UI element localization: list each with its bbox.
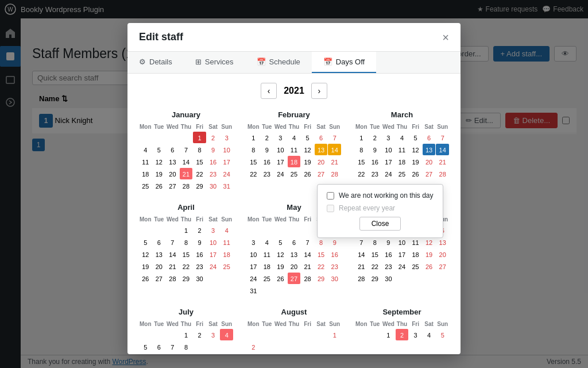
- calendar-day[interactable]: 24: [207, 260, 220, 272]
- calendar-day[interactable]: 11: [261, 248, 274, 260]
- calendar-day[interactable]: 13: [315, 144, 328, 155]
- calendar-day[interactable]: 15: [315, 248, 328, 260]
- calendar-day[interactable]: 19: [301, 156, 314, 167]
- calendar-day[interactable]: 7: [436, 132, 449, 143]
- calendar-day[interactable]: 21: [301, 260, 314, 272]
- calendar-day[interactable]: 31: [220, 180, 233, 191]
- calendar-day[interactable]: 4: [288, 132, 301, 143]
- calendar-day[interactable]: 18: [139, 168, 152, 179]
- calendar-day[interactable]: 29: [369, 273, 382, 284]
- calendar-day[interactable]: 1: [180, 224, 193, 236]
- calendar-day[interactable]: 30: [193, 273, 206, 284]
- calendar-day[interactable]: 27: [166, 180, 179, 191]
- calendar-day[interactable]: 6: [315, 132, 328, 143]
- calendar-day[interactable]: 3: [207, 329, 220, 340]
- calendar-day[interactable]: 10: [396, 236, 409, 248]
- calendar-day[interactable]: 30: [207, 180, 220, 191]
- calendar-day[interactable]: 28: [166, 273, 179, 284]
- calendar-day[interactable]: 14: [355, 248, 368, 260]
- calendar-day[interactable]: 18: [220, 248, 233, 260]
- calendar-day[interactable]: 23: [261, 168, 274, 179]
- calendar-day[interactable]: 17: [274, 156, 287, 167]
- calendar-day[interactable]: 11: [396, 144, 409, 155]
- calendar-day[interactable]: 9: [261, 144, 274, 155]
- calendar-day[interactable]: 13: [288, 248, 301, 260]
- calendar-day[interactable]: 18: [288, 156, 301, 167]
- calendar-day[interactable]: 17: [382, 156, 395, 167]
- calendar-day[interactable]: 15: [180, 248, 193, 260]
- calendar-day[interactable]: 17: [220, 156, 233, 167]
- calendar-day[interactable]: 5: [301, 132, 314, 143]
- calendar-day[interactable]: 17: [207, 248, 220, 260]
- calendar-day[interactable]: 4: [139, 144, 152, 155]
- calendar-day[interactable]: 4: [220, 329, 233, 340]
- calendar-day[interactable]: 7: [355, 236, 368, 248]
- calendar-day[interactable]: 16: [328, 248, 341, 260]
- calendar-day[interactable]: 27: [436, 260, 449, 272]
- calendar-day[interactable]: 13: [153, 248, 166, 260]
- calendar-day[interactable]: 14: [180, 156, 193, 167]
- calendar-day[interactable]: 22: [315, 260, 328, 272]
- tooltip-close-button[interactable]: Close: [359, 217, 401, 231]
- calendar-day[interactable]: 24: [274, 168, 287, 179]
- calendar-day[interactable]: 9: [369, 144, 382, 155]
- calendar-day[interactable]: 28: [301, 273, 314, 284]
- calendar-day[interactable]: 25: [288, 168, 301, 179]
- calendar-day[interactable]: 27: [288, 273, 301, 284]
- calendar-day[interactable]: 2: [369, 132, 382, 143]
- calendar-day[interactable]: 20: [166, 168, 179, 179]
- calendar-day[interactable]: 3: [274, 132, 287, 143]
- calendar-day[interactable]: 29: [315, 273, 328, 284]
- modal-overlay[interactable]: Edit staff × ⚙ Details ⊞ Services 📅 Sche…: [0, 0, 588, 368]
- calendar-day[interactable]: 18: [396, 156, 409, 167]
- calendar-day[interactable]: 30: [382, 273, 395, 284]
- calendar-day[interactable]: 2: [207, 132, 220, 143]
- calendar-day[interactable]: 11: [220, 236, 233, 248]
- calendar-day[interactable]: 26: [301, 168, 314, 179]
- calendar-day[interactable]: 22: [247, 168, 260, 179]
- calendar-day[interactable]: 6: [153, 236, 166, 248]
- calendar-day[interactable]: 24: [247, 273, 260, 284]
- calendar-day[interactable]: 14: [301, 248, 314, 260]
- calendar-day[interactable]: 4: [396, 132, 409, 143]
- calendar-day[interactable]: 22: [369, 260, 382, 272]
- calendar-day[interactable]: 23: [369, 168, 382, 179]
- calendar-day[interactable]: 12: [301, 144, 314, 155]
- calendar-day[interactable]: 25: [261, 273, 274, 284]
- modal-close-button[interactable]: ×: [442, 32, 449, 43]
- calendar-day[interactable]: 20: [436, 248, 449, 260]
- calendar-day[interactable]: 30: [328, 273, 341, 284]
- calendar-day[interactable]: 13: [166, 156, 179, 167]
- calendar-day[interactable]: 16: [207, 156, 220, 167]
- calendar-day[interactable]: 8: [315, 236, 328, 248]
- calendar-day[interactable]: 28: [328, 168, 341, 179]
- calendar-day[interactable]: 17: [247, 260, 260, 272]
- calendar-day[interactable]: 25: [220, 260, 233, 272]
- calendar-day[interactable]: 10: [220, 144, 233, 155]
- calendar-day[interactable]: 19: [423, 248, 436, 260]
- calendar-day[interactable]: 10: [382, 144, 395, 155]
- calendar-day[interactable]: 7: [180, 144, 193, 155]
- calendar-day[interactable]: 21: [180, 168, 193, 179]
- calendar-day[interactable]: 5: [139, 341, 152, 352]
- calendar-day[interactable]: 13: [436, 236, 449, 248]
- tab-services[interactable]: ⊞ Services: [184, 52, 245, 73]
- calendar-day[interactable]: 22: [355, 168, 368, 179]
- calendar-day[interactable]: 23: [328, 260, 341, 272]
- tab-daysoff[interactable]: 📅 Days Off: [312, 52, 376, 73]
- calendar-day[interactable]: 21: [166, 260, 179, 272]
- calendar-day[interactable]: 2: [193, 224, 206, 236]
- calendar-day[interactable]: 8: [193, 144, 206, 155]
- calendar-day[interactable]: 21: [355, 260, 368, 272]
- calendar-day[interactable]: 9: [328, 236, 341, 248]
- calendar-day[interactable]: 26: [423, 260, 436, 272]
- calendar-day[interactable]: 10: [207, 236, 220, 248]
- calendar-day[interactable]: 11: [409, 236, 422, 248]
- calendar-day[interactable]: 28: [436, 168, 449, 179]
- calendar-day[interactable]: 9: [207, 144, 220, 155]
- calendar-day[interactable]: 2: [396, 329, 409, 340]
- calendar-day[interactable]: 8: [180, 341, 193, 352]
- calendar-day[interactable]: 17: [396, 248, 409, 260]
- calendar-day[interactable]: 13: [423, 144, 436, 155]
- calendar-day[interactable]: 3: [220, 132, 233, 143]
